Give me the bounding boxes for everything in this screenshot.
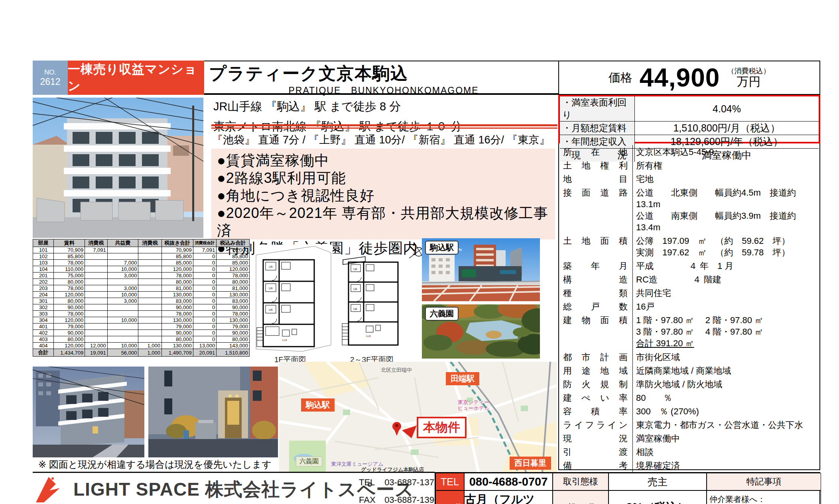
rent-cell: 10,000 [107, 292, 138, 298]
rent-cell: 202 [33, 279, 54, 285]
yield-row: ・満室表面利回り4.04% [560, 96, 819, 121]
detail-row-label: 現 況 [559, 431, 633, 445]
detail-row: ライフライン東京電力・都市ガス・公営水道・公共下水 [559, 418, 819, 431]
rent-cell: 75,000 [54, 273, 85, 279]
rent-cell [85, 336, 108, 343]
red-divider [211, 124, 557, 129]
detail-row-label: 容 積 率 [559, 404, 633, 418]
rent-cell: 合計 [33, 349, 54, 357]
rent-table-row: 40179,00079,000079,000 [33, 324, 250, 330]
rent-cell: 120,000 [54, 317, 85, 324]
detail-row: 種 類共同住宅 [559, 286, 819, 300]
company-fax-label: FAX [359, 495, 382, 504]
svg-text:UB: UB [269, 308, 273, 311]
rent-cell: 303 [33, 311, 54, 317]
property-number-label: NO. [44, 69, 56, 76]
access-line-1: JR山手線 『駒込』 駅 まで徒歩 8 分 [213, 99, 556, 115]
yield-row: ・月額想定賃料1,510,800円/月（税込） [560, 121, 819, 135]
rent-cell [107, 311, 138, 317]
rent-cell [85, 260, 108, 266]
detail-row: 引 渡相談 [559, 445, 819, 459]
rent-cell: 0 [193, 273, 217, 279]
floorplan-1f: UB UB UB LLK [254, 245, 333, 355]
rent-cell: 130,000 [217, 317, 250, 324]
rent-cell: 7,091 [85, 247, 108, 253]
detail-row-label: 引 渡 [559, 445, 633, 459]
rent-cell: 13,000 [193, 343, 217, 349]
detail-row: 防 火 規 制準防火地域 / 防火地域 [559, 377, 819, 391]
detail-row-label: 構 造 [559, 273, 633, 286]
property-number-box: NO. 2612 [33, 61, 68, 95]
detail-row: 接 面 道 路公道 北東側 幅員約4.5m 接道約 13.1m公道 南東側 幅員… [559, 186, 819, 234]
company-logo-icon [35, 475, 68, 504]
rent-cell: 78,000 [161, 273, 193, 279]
rent-cell: 83,000 [217, 298, 250, 304]
detail-row: 総 戸 数16戸 [559, 300, 819, 313]
rent-column-header: 消費税合計 [193, 239, 217, 247]
rent-cell: 80,000 [54, 279, 85, 285]
rent-cell: 85,800 [217, 253, 250, 260]
rent-cell: 120,000 [161, 266, 193, 273]
rent-cell: 104 [33, 266, 54, 273]
detail-row: 用 途 地 域近隣商業地域 / 商業地域 [559, 364, 819, 377]
detail-row-value: 相談 [633, 445, 819, 459]
fee-value: 3%（税込） [609, 490, 707, 504]
rent-cell: 85,800 [54, 253, 85, 260]
contact-deal-table: TEL 080-4688-0707 取引態様 売主 特記事項 Staff 古月（… [435, 472, 820, 504]
rent-cell: 0 [193, 304, 217, 311]
price-value: 44,900 [640, 63, 720, 92]
rent-column-header: 消費税 [138, 239, 162, 247]
rent-cell: 201 [33, 273, 54, 279]
company-tel-label: TEL [359, 477, 382, 488]
rent-table-row: 10285,80085,800085,800 [33, 253, 250, 260]
special-notes-header: 特記事項 [707, 473, 821, 490]
detail-row-value: 1 階・97.80 ㎡ 2 階・97.80 ㎡3 階・97.80 ㎡ 4 階・9… [633, 313, 819, 350]
rent-cell: 0 [193, 285, 217, 292]
rent-table-row: 40290,00090,000090,000 [33, 330, 250, 336]
rent-cell: 81,000 [161, 285, 193, 292]
rent-cell: 1,510,800 [217, 349, 250, 357]
rent-cell [85, 298, 108, 304]
rent-cell: 0 [193, 279, 217, 285]
rent-cell [138, 247, 162, 253]
rent-cell [107, 304, 138, 311]
rent-column-header: 消費税 [85, 239, 108, 247]
rent-cell: 78,000 [217, 247, 250, 253]
rent-column-header: 賃料 [54, 239, 85, 247]
svg-text:UB: UB [353, 308, 357, 310]
property-title-box: プラティーク文京本駒込 PRATIQUE BUNKYOHONKOMAGOME [204, 61, 558, 95]
entrance-photo-dusk [148, 367, 278, 457]
rent-total-row: 合計1,434,70919,09156,0001,0001,490,70920,… [33, 349, 250, 357]
rent-cell [85, 273, 108, 279]
detail-row: 所 在 地文京区本駒込5-45-9 [559, 145, 819, 159]
rent-cell [107, 336, 138, 343]
highlight-item: ●2020年～2021年 専有部・共用部大規模改修工事済 [217, 204, 555, 239]
company-fax-number: 03-6887-1395 [384, 495, 439, 504]
rent-cell: 120,000 [54, 343, 85, 349]
highlight-item: ●2路線3駅利用可能 [217, 169, 555, 187]
detail-row-label: 建 ぺ い 率 [559, 391, 633, 404]
rent-cell: 402 [33, 330, 54, 336]
rent-table-row: 20280,00080,000080,000 [33, 279, 250, 285]
svg-text:UB: UB [353, 268, 357, 271]
rent-cell: 85,000 [161, 260, 193, 266]
yield-row-label: ・満室表面利回り [560, 96, 635, 121]
detail-row: 地 目宅地 [559, 172, 819, 186]
rent-cell: 0 [193, 330, 217, 336]
rent-cell [138, 253, 162, 260]
detail-row: 構 造RC造 ４ 階建 [559, 273, 819, 286]
rent-cell: 90,000 [161, 330, 193, 336]
rent-cell [107, 330, 138, 336]
rent-table-row: 30378,00078,000078,000 [33, 311, 250, 317]
rent-column-header: 部屋 [33, 239, 54, 247]
fee-label: 報 酬 [553, 490, 609, 504]
detail-row-label: 建 物 面 積 [559, 313, 633, 350]
rent-table-row: 40380,00080,000080,000 [33, 336, 250, 343]
highlights-box: ●賃貸満室稼働中●2路線3駅利用可能●角地につき視認性良好●2020年～2021… [211, 149, 555, 239]
rent-cell: 81,000 [217, 285, 250, 292]
rent-cell [107, 253, 138, 260]
rent-cell: 80,000 [161, 279, 193, 285]
main-building-photo [33, 98, 203, 238]
rent-cell: 3,000 [107, 298, 138, 304]
detail-row: 建 ぺ い 率80 ％ [559, 391, 819, 404]
